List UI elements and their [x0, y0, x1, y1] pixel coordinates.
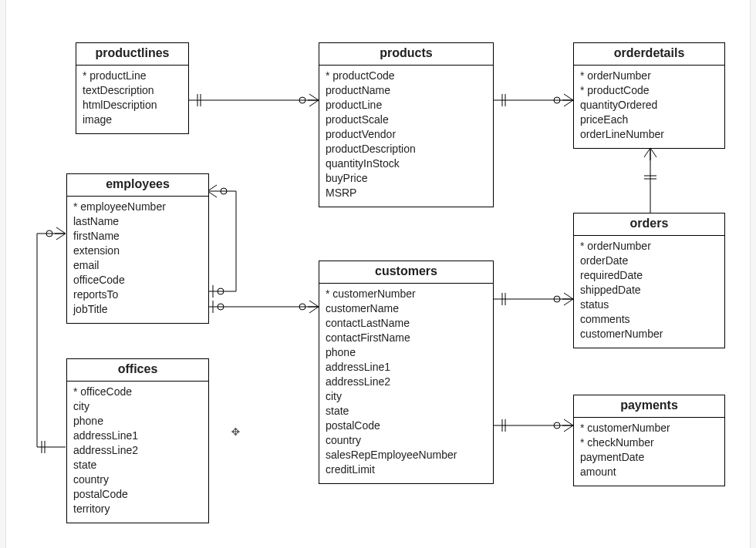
entity-title: payments	[574, 395, 724, 418]
svg-point-7	[554, 97, 560, 103]
column: extension	[73, 244, 202, 258]
entity-columns: * employeeNumber lastName firstName exte…	[67, 197, 208, 323]
entity-title: products	[319, 43, 493, 66]
column: image	[83, 113, 182, 127]
column: htmlDescription	[83, 98, 182, 113]
column: buyPrice	[326, 171, 487, 186]
entity-productlines: productlines * productLine textDescripti…	[76, 42, 189, 134]
column: salesRepEmployeeNumber	[326, 448, 487, 462]
column: addressLine1	[73, 429, 202, 443]
entity-title: orders	[574, 213, 724, 236]
svg-point-18	[554, 422, 560, 429]
entity-title: customers	[319, 261, 493, 284]
column: city	[326, 389, 487, 404]
column: phone	[73, 414, 202, 429]
entity-title: offices	[67, 359, 208, 382]
column: firstName	[73, 229, 202, 244]
entity-columns: * customerNumber * checkNumber paymentDa…	[574, 418, 724, 486]
column: addressLine2	[326, 375, 487, 389]
entity-offices: offices * officeCode city phone addressL…	[66, 358, 209, 523]
svg-point-21	[299, 304, 305, 310]
entity-employees: employees * employeeNumber lastName firs…	[66, 173, 209, 324]
column: postalCode	[73, 487, 202, 502]
column: state	[326, 404, 487, 419]
column: status	[580, 298, 718, 312]
entity-products: products * productCode productName produ…	[319, 42, 494, 207]
column: quantityInStock	[326, 156, 487, 171]
column: * customerNumber	[326, 287, 487, 301]
column: * productLine	[83, 69, 182, 83]
entity-columns: * orderNumber * productCode quantityOrde…	[574, 66, 724, 148]
column: * customerNumber	[580, 421, 718, 435]
column: orderDate	[580, 254, 718, 268]
column: productName	[326, 83, 487, 98]
column: priceEach	[580, 113, 718, 127]
entity-columns: * productLine textDescription htmlDescri…	[76, 66, 188, 133]
column: city	[73, 399, 202, 414]
column: country	[326, 433, 487, 448]
column: amount	[580, 465, 718, 479]
column: customerNumber	[580, 327, 718, 341]
column: productVendor	[326, 127, 487, 142]
column: creditLimit	[326, 462, 487, 477]
column: officeCode	[73, 273, 202, 287]
column: * productCode	[326, 69, 487, 83]
column: reportsTo	[73, 287, 202, 302]
svg-point-23	[218, 288, 224, 294]
column: comments	[580, 312, 718, 327]
entity-columns: * orderNumber orderDate requiredDate shi…	[574, 236, 724, 348]
svg-point-3	[299, 97, 305, 103]
entity-orders: orders * orderNumber orderDate requiredD…	[573, 213, 725, 348]
column: * checkNumber	[580, 435, 718, 450]
entity-title: orderdetails	[574, 43, 724, 66]
column: email	[73, 258, 202, 273]
entity-columns: * officeCode city phone addressLine1 add…	[67, 382, 208, 523]
svg-point-27	[46, 230, 52, 237]
column: jobTitle	[73, 302, 202, 317]
column: productScale	[326, 113, 487, 127]
column: orderLineNumber	[580, 127, 718, 142]
column: MSRP	[326, 186, 487, 200]
column: paymentDate	[580, 450, 718, 465]
column: textDescription	[83, 83, 182, 98]
entity-title: productlines	[76, 43, 188, 66]
column: addressLine2	[73, 443, 202, 458]
column: requiredDate	[580, 268, 718, 283]
column: * employeeNumber	[73, 200, 202, 214]
entity-columns: * productCode productName productLine pr…	[319, 66, 493, 207]
column: * orderNumber	[580, 239, 718, 254]
column: productLine	[326, 98, 487, 113]
column: * orderNumber	[580, 69, 718, 83]
column: customerName	[326, 301, 487, 316]
column: state	[73, 458, 202, 472]
svg-point-14	[554, 296, 560, 302]
column: postalCode	[326, 419, 487, 433]
entity-title: employees	[67, 174, 208, 197]
column: productDescription	[326, 142, 487, 156]
entity-columns: * customerNumber customerName contactLas…	[319, 284, 493, 483]
svg-point-20	[218, 304, 224, 310]
column: territory	[73, 502, 202, 516]
column: lastName	[73, 214, 202, 229]
column: * productCode	[580, 83, 718, 98]
column: * officeCode	[73, 385, 202, 399]
entity-payments: payments * customerNumber * checkNumber …	[573, 395, 725, 486]
svg-point-24	[221, 188, 227, 194]
column: country	[73, 472, 202, 487]
entity-orderdetails: orderdetails * orderNumber * productCode…	[573, 42, 725, 149]
column: phone	[326, 345, 487, 360]
column: contactFirstName	[326, 331, 487, 345]
column: contactLastName	[326, 316, 487, 331]
column: quantityOrdered	[580, 98, 718, 113]
column: addressLine1	[326, 360, 487, 375]
column: shippedDate	[580, 283, 718, 298]
entity-customers: customers * customerNumber customerName …	[319, 261, 494, 484]
move-cursor-icon: ✥	[231, 422, 240, 439]
